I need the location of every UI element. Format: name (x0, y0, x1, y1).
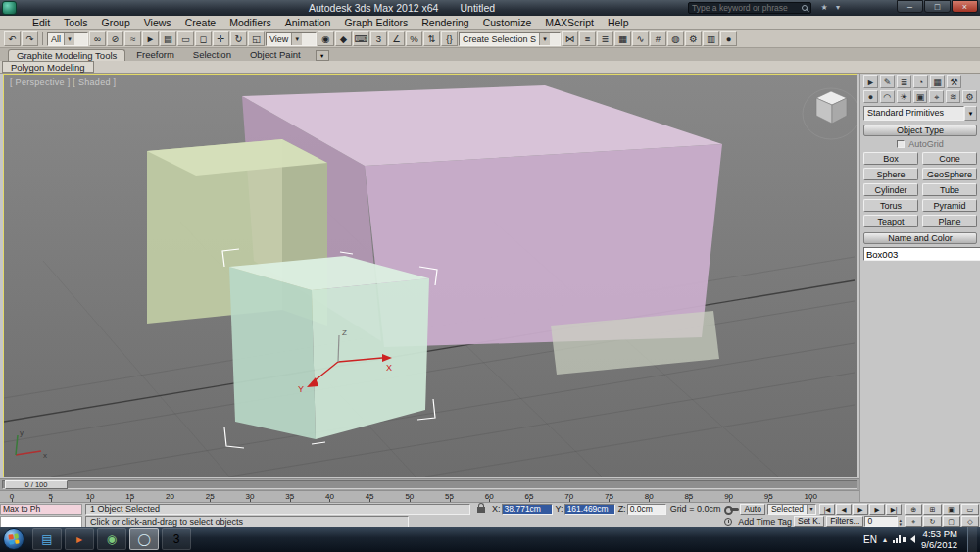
menu-item[interactable]: Modifiers (222, 16, 278, 29)
reference-coordinate-dropdown[interactable]: View ▾ (266, 32, 317, 46)
tab-graphite-modeling-tools[interactable]: Graphite Modeling Tools (8, 49, 125, 61)
polygon-modeling-panel[interactable]: Polygon Modeling (2, 61, 94, 73)
volume-icon[interactable] (906, 535, 915, 543)
menu-item[interactable]: Animation (278, 16, 338, 29)
primitive-button[interactable]: Cone (922, 152, 977, 165)
percent-snap-icon[interactable]: % (406, 31, 422, 46)
search-input[interactable] (692, 3, 800, 13)
help-search-box[interactable] (688, 2, 811, 14)
time-slider[interactable]: 0 / 100 (5, 480, 68, 489)
primitive-button[interactable]: GeoSphere (922, 168, 977, 180)
modify-tab-icon[interactable]: ✎ (880, 75, 895, 88)
maxscript-listener-line[interactable] (0, 516, 82, 527)
play-icon[interactable]: ▶ (853, 504, 868, 515)
create-tab-icon[interactable]: ► (863, 75, 878, 88)
maximize-button[interactable]: □ (924, 0, 951, 13)
rectangular-selection-region-icon[interactable]: ▭ (177, 31, 194, 46)
key-filters-button[interactable]: Filters... (826, 516, 863, 527)
key-selected-dropdown[interactable]: Selected ▾ (767, 504, 816, 515)
field-of-view-icon[interactable]: ◇ (961, 516, 979, 527)
angle-snap-icon[interactable]: ∠ (388, 31, 405, 46)
go-to-end-icon[interactable]: ▶| (886, 504, 902, 515)
menu-item[interactable]: Graph Editors (337, 16, 415, 29)
windows-explorer-icon[interactable]: ▤ (32, 528, 62, 550)
show-desktop-button[interactable] (967, 527, 977, 552)
curve-editor-icon[interactable]: ∿ (632, 31, 649, 46)
window-crossing-icon[interactable]: ◻ (195, 31, 212, 46)
menu-item[interactable]: Rendering (415, 16, 475, 29)
select-and-manipulate-icon[interactable]: ◆ (335, 31, 352, 46)
selected-mint-box[interactable] (229, 256, 429, 439)
ribbon-minimize-icon[interactable]: ▾ (316, 50, 329, 61)
select-object-icon[interactable]: ► (142, 31, 159, 46)
time-tag-clock-icon[interactable] (724, 518, 732, 526)
tab-object-paint[interactable]: Object Paint (242, 49, 309, 61)
network-icon[interactable] (893, 535, 901, 543)
graphite-ribbon-toggle-icon[interactable]: ▦ (614, 31, 631, 46)
show-hidden-icons-icon[interactable]: ▴ (883, 535, 887, 544)
lights-category-icon[interactable]: ☀ (897, 90, 911, 103)
z-coordinate-field[interactable]: 0.0cm (627, 504, 666, 515)
close-button[interactable]: × (952, 0, 978, 13)
schematic-view-icon[interactable]: # (650, 31, 666, 46)
rendered-frame-window-icon[interactable]: ▥ (703, 31, 719, 46)
language-indicator[interactable]: EN (863, 534, 877, 545)
3ds-max-taskbar-icon[interactable]: 3 (162, 528, 191, 550)
viewport-label[interactable]: [ Perspective ] [ Shaded ] (10, 77, 116, 87)
help-menu-arrow-icon[interactable]: ▾ (831, 2, 845, 14)
primitive-button[interactable]: Cylinder (863, 183, 918, 196)
maxscript-mini-listener[interactable]: Max to Ph (0, 504, 82, 515)
cameras-category-icon[interactable]: ▣ (913, 90, 928, 103)
material-editor-icon[interactable]: ◍ (667, 31, 684, 46)
keyboard-override-icon[interactable]: ⌨ (353, 31, 369, 46)
object-name-input[interactable] (863, 247, 980, 261)
edit-named-selection-sets-icon[interactable]: {} (441, 31, 458, 46)
menu-item[interactable]: Edit (25, 16, 57, 29)
perspective-viewport[interactable]: X Y Z x y [ Perspective ] [ S (3, 74, 858, 477)
menu-item[interactable]: Customize (476, 16, 539, 29)
primitive-button[interactable]: Torus (863, 199, 918, 212)
zoom-extents-icon[interactable]: ▣ (943, 504, 960, 515)
viewport-canvas[interactable]: X Y Z x y (4, 75, 857, 477)
select-and-link-icon[interactable]: ∞ (89, 31, 106, 46)
menu-item[interactable]: Tools (57, 16, 95, 29)
frame-spinner[interactable]: ▴▾ (899, 518, 902, 526)
tab-selection[interactable]: Selection (185, 49, 239, 61)
systems-category-icon[interactable]: ⚙ (962, 90, 977, 103)
firefox-icon[interactable]: ◉ (97, 528, 126, 550)
pan-icon[interactable]: ⌖ (905, 516, 922, 527)
menu-item[interactable]: Create (178, 16, 223, 29)
minimize-button[interactable]: – (897, 0, 923, 13)
name-and-color-rollout-header[interactable]: Name and Color (863, 232, 977, 244)
named-selection-sets-dropdown[interactable]: Create Selection S ▾ (459, 32, 561, 46)
select-and-move-icon[interactable]: ✛ (213, 31, 229, 46)
snap-toggle-3d-icon[interactable]: 3 (370, 31, 387, 46)
geometry-category-icon[interactable]: ● (863, 90, 878, 103)
shapes-category-icon[interactable]: ◠ (880, 90, 895, 103)
favorites-star-icon[interactable]: ★ (817, 2, 831, 14)
orbit-icon[interactable]: ↻ (923, 516, 941, 527)
y-coordinate-field[interactable]: 161.469cm (564, 504, 615, 515)
select-and-rotate-icon[interactable]: ↻ (230, 31, 247, 46)
messenger-app-icon[interactable]: ◯ (129, 528, 159, 550)
next-frame-icon[interactable]: ▶ (869, 504, 885, 515)
menu-item[interactable]: Group (95, 16, 137, 29)
space-warps-category-icon[interactable]: ≋ (946, 90, 960, 103)
search-icon[interactable] (802, 5, 808, 11)
primitive-button[interactable]: Pyramid (922, 199, 977, 212)
chevron-down-icon[interactable]: ▾ (807, 505, 815, 514)
time-slider-track[interactable]: 0 / 100 (0, 478, 859, 490)
taskbar-clock[interactable]: 4:53 PM 9/6/2012 (921, 528, 957, 550)
set-key-button[interactable]: Set K. (794, 516, 824, 527)
x-coordinate-field[interactable]: 38.771cm (502, 504, 553, 515)
start-button[interactable] (3, 528, 24, 550)
auto-key-button[interactable]: Auto (740, 504, 765, 515)
primitive-button[interactable]: Sphere (863, 168, 918, 180)
menu-item[interactable]: MAXScript (538, 16, 601, 29)
add-time-tag[interactable]: Add Time Tag (738, 517, 792, 527)
chevron-down-icon[interactable]: ▾ (64, 33, 74, 45)
align-icon[interactable]: ≡ (579, 31, 596, 46)
application-menu-button[interactable] (2, 1, 17, 15)
zoom-all-icon[interactable]: ⊞ (923, 504, 941, 515)
primitive-button[interactable]: Plane (922, 215, 977, 227)
